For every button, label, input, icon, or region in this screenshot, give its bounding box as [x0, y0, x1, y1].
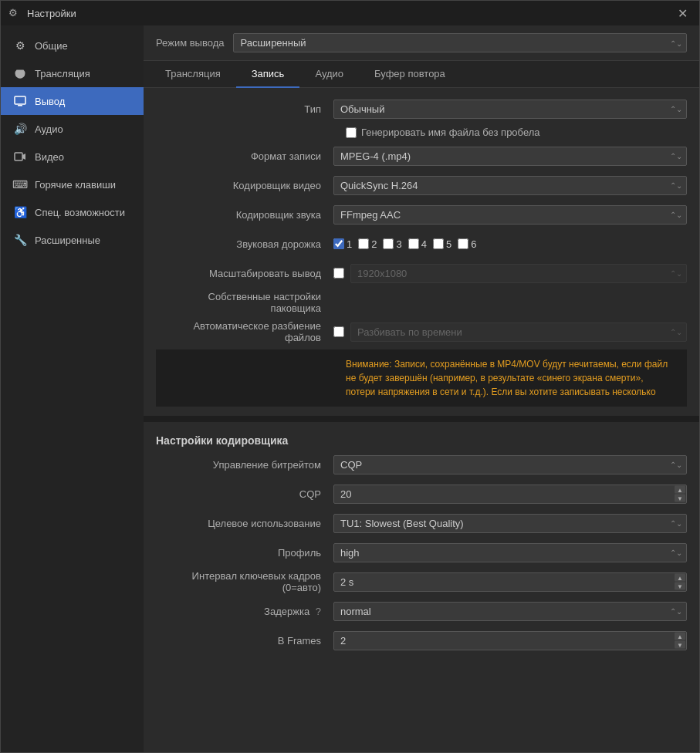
keyframe-up-arrow[interactable]: ▲	[675, 574, 685, 582]
bitrate-label: Управление битрейтом	[156, 459, 333, 471]
auto-split-control: Разбивать по времени	[333, 322, 687, 342]
bframes-control: ▲ ▼	[333, 631, 687, 650]
tab-replay[interactable]: Буфер повтора	[359, 61, 461, 88]
format-select[interactable]: MPEG-4 (.mp4) MKV MOV	[333, 147, 687, 166]
accessibility-icon: ♿	[13, 205, 27, 219]
sidebar-item-general[interactable]: ⚙ Общие	[1, 32, 144, 59]
track-2-checkbox[interactable]	[358, 238, 369, 249]
scale-row: Масштабировать вывод 1920x1080	[156, 262, 687, 285]
bitrate-row: Управление битрейтом CQP VBR CBR	[156, 453, 687, 476]
sidebar-item-advanced[interactable]: 🔧 Расширенные	[1, 226, 144, 254]
target-usage-select-wrapper: TU1: Slowest (Best Quality) TU4: Balance…	[333, 514, 687, 533]
keyframe-input[interactable]	[333, 572, 687, 592]
sidebar-item-accessibility[interactable]: ♿ Спец. возможности	[1, 198, 144, 226]
titlebar-left: ⚙ Настройки	[8, 7, 76, 19]
audio-tracks-row: Звуковая дорожка 1 2	[156, 232, 687, 255]
target-usage-select[interactable]: TU1: Slowest (Best Quality) TU4: Balance…	[333, 514, 687, 533]
tab-record[interactable]: Запись	[236, 61, 300, 88]
audio-encoder-select-wrapper: FFmpeg AAC Opus	[333, 205, 687, 225]
scroll-area[interactable]: Тип Обычный FFmpeg Генерировать имя файл…	[144, 88, 699, 752]
audio-track-label: Звуковая дорожка	[156, 238, 333, 250]
latency-help-icon: ?	[316, 606, 321, 617]
video-encoder-label: Кодировщик видео	[156, 180, 333, 191]
cqp-down-arrow[interactable]: ▼	[675, 495, 685, 502]
audio-encoder-label: Кодировщик звука	[156, 209, 333, 221]
auto-split-row: Автоматическое разбиение файлов Разбиват…	[156, 320, 687, 343]
sidebar: ⚙ Общие Трансляция	[1, 25, 144, 752]
auto-split-select[interactable]: Разбивать по времени	[350, 322, 687, 342]
latency-row: Задержка ? normal low ultra-low	[156, 599, 687, 623]
tab-audio[interactable]: Аудио	[299, 61, 359, 88]
profile-label: Профиль	[156, 547, 333, 559]
settings-icon: ⚙	[8, 7, 21, 19]
type-select[interactable]: Обычный FFmpeg	[333, 100, 687, 119]
type-label: Тип	[156, 103, 333, 115]
cqp-up-arrow[interactable]: ▲	[675, 486, 685, 494]
keyframe-down-arrow[interactable]: ▼	[675, 582, 685, 590]
packer-label: Собственные настройки паковщика	[156, 291, 333, 314]
track-1-label: 1	[347, 238, 352, 250]
cqp-input[interactable]	[333, 485, 687, 504]
encoder-section: Настройки кодировщика Управление битрейт…	[144, 425, 699, 667]
generate-filename-label: Генерировать имя файла без пробела	[361, 127, 540, 138]
profile-select[interactable]: high main baseline	[333, 543, 687, 562]
track-1-checkbox[interactable]	[333, 238, 344, 249]
mode-select[interactable]: Простой Расширенный	[233, 33, 687, 52]
sidebar-label-output: Вывод	[35, 96, 65, 107]
track-6-checkbox[interactable]	[458, 238, 468, 249]
latency-select[interactable]: normal low ultra-low	[333, 602, 687, 621]
audio-encoder-select[interactable]: FFmpeg AAC Opus	[333, 205, 687, 225]
generate-filename-row: Генерировать имя файла без пробела	[156, 127, 687, 138]
auto-split-checkbox[interactable]	[333, 326, 344, 337]
track-6: 6	[458, 238, 476, 250]
keyframe-spin-arrows: ▲ ▼	[675, 574, 685, 590]
track-3-checkbox[interactable]	[383, 238, 394, 249]
scale-select[interactable]: 1920x1080	[350, 264, 687, 283]
sidebar-label-advanced: Расширенные	[35, 235, 100, 246]
sidebar-label-audio: Аудио	[35, 123, 63, 135]
track-4-checkbox[interactable]	[408, 238, 419, 249]
sidebar-item-broadcast[interactable]: Трансляция	[1, 59, 144, 87]
track-5-label: 5	[446, 238, 451, 250]
sidebar-label-accessibility: Спец. возможности	[35, 207, 125, 218]
generate-filename-checkbox[interactable]	[346, 127, 357, 138]
keyframe-label: Интервал ключевых кадров (0=авто)	[156, 570, 333, 593]
sidebar-item-video[interactable]: Видео	[1, 143, 144, 171]
sidebar-item-audio[interactable]: 🔊 Аудио	[1, 115, 144, 143]
latency-label-text: Задержка	[264, 606, 309, 617]
track-5-checkbox[interactable]	[433, 238, 444, 249]
warning-box: Внимание: Записи, сохранённые в MP4/MOV …	[156, 349, 687, 407]
keyframe-control: ▲ ▼	[333, 572, 687, 592]
mode-select-wrapper: Простой Расширенный	[233, 33, 687, 52]
track-4: 4	[408, 238, 427, 250]
cqp-control: ▲ ▼	[333, 485, 687, 504]
bframes-up-arrow[interactable]: ▲	[675, 633, 685, 640]
sidebar-label-hotkeys: Горячие клавиши	[35, 179, 116, 191]
audio-icon: 🔊	[13, 122, 27, 136]
track-5: 5	[433, 238, 451, 250]
track-4-label: 4	[421, 238, 427, 250]
video-encoder-select[interactable]: QuickSync H.264 x264 NVENC H.264	[333, 176, 687, 195]
scale-checkbox[interactable]	[333, 268, 344, 279]
target-usage-row: Целевое использование TU1: Slowest (Best…	[156, 512, 687, 535]
bframes-input[interactable]	[333, 631, 687, 650]
auto-split-select-wrapper: Разбивать по времени	[350, 322, 687, 342]
bframes-down-arrow[interactable]: ▼	[675, 641, 685, 649]
bitrate-select[interactable]: CQP VBR CBR	[333, 455, 687, 474]
auto-split-label: Автоматическое разбиение файлов	[156, 320, 333, 343]
bframes-row: B Frames ▲ ▼	[156, 629, 687, 652]
video-encoder-row: Кодировщик видео QuickSync H.264 x264 NV…	[156, 174, 687, 197]
format-row: Формат записи MPEG-4 (.mp4) MKV MOV	[156, 144, 687, 167]
close-button[interactable]: ✕	[673, 4, 692, 22]
sidebar-label-broadcast: Трансляция	[35, 68, 90, 79]
broadcast-icon	[13, 66, 27, 80]
sidebar-item-output[interactable]: Вывод	[1, 87, 144, 115]
sidebar-item-hotkeys[interactable]: ⌨ Горячие клавиши	[1, 171, 144, 198]
cqp-spin-arrows: ▲ ▼	[675, 486, 685, 502]
tabs-bar: Трансляция Запись Аудио Буфер повтора	[144, 61, 699, 88]
bframes-spin-arrows: ▲ ▼	[675, 633, 685, 649]
tab-broadcast[interactable]: Трансляция	[150, 61, 236, 88]
latency-select-wrapper: normal low ultra-low	[333, 602, 687, 621]
audio-tracks-container: 1 2 3 4	[333, 238, 687, 250]
video-icon	[13, 150, 27, 164]
